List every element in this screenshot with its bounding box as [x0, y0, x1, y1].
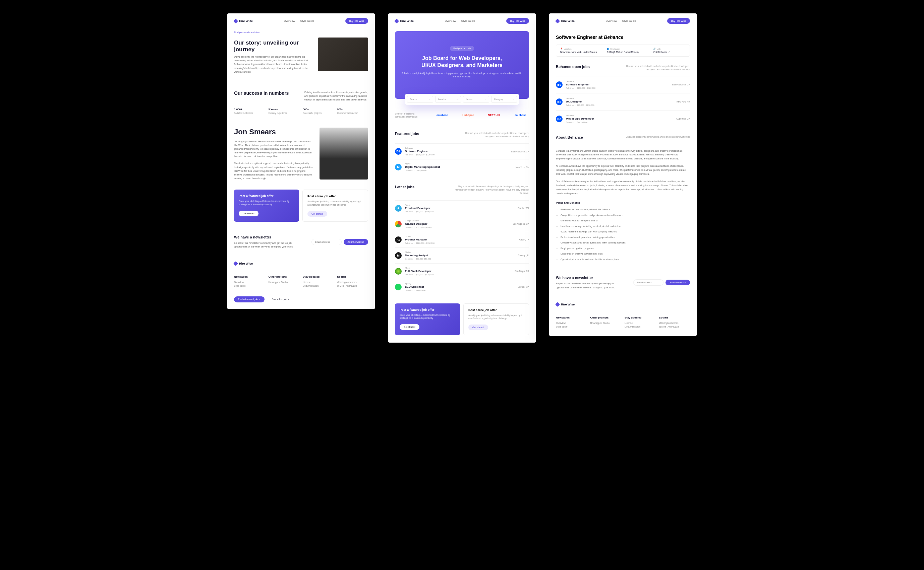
- job-card[interactable]: BēBehanceSoftware EngineerFull-time$100,…: [556, 76, 690, 93]
- email-input[interactable]: [633, 279, 664, 286]
- about-p1: Behance is a dynamic and vibrant online …: [556, 149, 690, 161]
- nav-style-guide[interactable]: Style Guide: [461, 20, 475, 23]
- job-card[interactable]: Google ChromeGraphic DesignerContract$50…: [395, 216, 529, 232]
- logo-icon: [555, 18, 560, 23]
- job-card[interactable]: MMediumMarketing AnalystContract$60,000-…: [395, 248, 529, 263]
- find-candidate-link[interactable]: Find your next candidate: [234, 30, 260, 35]
- email-input[interactable]: [312, 239, 341, 245]
- search-icon: ⌕: [429, 98, 430, 101]
- nav-links: Overview Style Guide: [606, 20, 636, 23]
- nav-links: Overview Style Guide: [284, 20, 314, 23]
- footer-col-updated: Stay updated License Documentation: [303, 275, 334, 288]
- story-body: Delve deep into the rich tapestry of our…: [234, 55, 311, 74]
- job-company: Marvel: [405, 163, 512, 165]
- nav-overview[interactable]: Overview: [606, 20, 617, 23]
- link-icon: 🔗: [653, 48, 655, 50]
- job-card[interactable]: SpotifySEO SpecialistContractNegotiableB…: [395, 279, 529, 295]
- brand-hubspot: HubSpot: [462, 113, 474, 116]
- location-select[interactable]: Location ⌄: [435, 96, 461, 103]
- job-card[interactable]: BēBehanceMobile App DeveloperContractCom…: [556, 110, 690, 127]
- cta-featured-card: Post a featured job offer Boost your job…: [234, 190, 299, 222]
- home-page: Hire Wise Overview Style Guide Buy Hire …: [388, 14, 536, 343]
- footer-link[interactable]: Style guide: [556, 325, 587, 328]
- waitlist-button[interactable]: Join the waitlist!: [666, 280, 690, 285]
- perk-item: Opportunity for remote work and flexible…: [556, 257, 690, 262]
- featured-jobs-title: Featured jobs: [395, 132, 448, 136]
- cta-free-button[interactable]: Get started: [468, 325, 488, 330]
- cta-free-title: Post a free job offer: [468, 308, 524, 312]
- latest-jobs-title: Latest jobs: [395, 185, 448, 189]
- levels-select[interactable]: Levels ⌄: [463, 96, 489, 103]
- users-icon: 👥: [607, 48, 609, 50]
- logo-icon: [394, 18, 399, 23]
- footer-link[interactable]: @lexingtonthemes: [659, 322, 690, 324]
- company-employees: 2,516 (1,059 on RocketReach): [607, 51, 653, 53]
- buy-button[interactable]: Buy Hire Wise: [506, 18, 529, 24]
- search-input[interactable]: Search ⌕: [407, 96, 433, 103]
- brand-logo[interactable]: Hire Wise: [395, 20, 414, 23]
- job-location: Chicago, IL: [518, 254, 529, 256]
- top-nav: Hire Wise Overview Style Guide Buy Hire …: [227, 14, 375, 29]
- footer-link[interactable]: License: [624, 322, 656, 324]
- nav-style-guide[interactable]: Style Guide: [300, 20, 314, 23]
- job-title: Software Engineer: [566, 83, 669, 86]
- job-meta: ContractCompetitive: [566, 121, 673, 123]
- nav-links: Overview Style Guide: [444, 20, 475, 23]
- waitlist-button[interactable]: Join the waitlist!: [344, 239, 368, 245]
- post-free-button[interactable]: Post a free job ↗: [268, 296, 294, 302]
- footer-link[interactable]: @Mike_Andreuzza: [659, 325, 690, 328]
- footer-link[interactable]: Overview: [234, 281, 265, 283]
- cta-featured-card: Post a featured job offer Boost your job…: [395, 303, 460, 336]
- nav-style-guide[interactable]: Style Guide: [622, 20, 636, 23]
- footer-link[interactable]: @Mike_Andreuzza: [337, 285, 369, 287]
- buy-button[interactable]: Buy Hire Wise: [667, 18, 690, 24]
- company-link[interactable]: Visit Behance ↗: [653, 51, 686, 54]
- stats-grid: 1,000+ Satisfied customers 5 Years Indus…: [234, 108, 368, 114]
- footer-link[interactable]: Documentation: [303, 285, 334, 287]
- hero-title-line2: UI/UX Designers, and Marketers: [402, 62, 522, 69]
- job-card[interactable]: AAppleFrontend DeveloperFull-time$80,000…: [395, 200, 529, 216]
- cta-free-button[interactable]: Get started: [307, 211, 327, 217]
- pin-icon: 📍: [560, 48, 563, 50]
- brand-logo[interactable]: Hire Wise: [556, 20, 575, 23]
- job-title: Frontend Developer: [405, 207, 514, 210]
- category-select[interactable]: Category ⌄: [491, 96, 517, 103]
- footer-link[interactable]: Unwrapped Studio: [269, 281, 300, 283]
- testimonial-p1: "Finding a job seemed like an insurmount…: [234, 139, 313, 158]
- job-location: New York, NY: [516, 166, 529, 169]
- job-location: Cupertino, CA: [676, 118, 690, 120]
- brand-logo[interactable]: Hire Wise: [234, 20, 253, 23]
- job-company: Github: [405, 236, 516, 238]
- footer-link[interactable]: Unwrapped Studio: [590, 322, 621, 324]
- footer-link[interactable]: Overview: [556, 322, 587, 324]
- footer-link[interactable]: @lexingtonthemes: [337, 281, 369, 283]
- newsletter-body: Be part of our newsletter community and …: [556, 282, 627, 289]
- job-card[interactable]: MMarvelDigital Marketing SpecialistContr…: [395, 159, 529, 175]
- footer-link[interactable]: License: [303, 281, 334, 283]
- footer-col-projects: Other projects Unwrapped Studio: [269, 275, 300, 288]
- cta-featured-button[interactable]: Get started: [400, 324, 420, 330]
- cta-free-card: Post a free job offer Amplify your job l…: [463, 303, 529, 336]
- job-card[interactable]: BēBehanceSoftware EngineerFull-time$100,…: [395, 143, 529, 159]
- brand-name: Hire Wise: [239, 20, 253, 23]
- buy-button[interactable]: Buy Hire Wise: [345, 18, 368, 24]
- footer-link[interactable]: Documentation: [624, 325, 656, 328]
- job-card[interactable]: XboxFull Stack DeveloperFull-time$90,000…: [395, 263, 529, 279]
- latest-jobs-sub: Stay updated with the newest job opening…: [455, 185, 529, 195]
- about-title: About Behance: [556, 135, 583, 139]
- footer-col-projects: Other projects Unwrapped Studio: [590, 316, 621, 329]
- footer-link[interactable]: Style guide: [234, 285, 265, 287]
- footer-logo[interactable]: Hire Wise: [234, 262, 368, 265]
- job-card[interactable]: BēBehanceUX DesignerFull-time$90,000 - $…: [556, 93, 690, 110]
- job-detail-title: Software Engineer at Behance: [556, 35, 690, 40]
- job-meta: Full-time$80,000 - $100,000: [405, 211, 514, 213]
- job-meta: Contract$60,000-$80,000: [405, 258, 515, 260]
- job-card[interactable]: ⌥GithubProduct ManagerFull-time$120,000 …: [395, 232, 529, 248]
- job-meta: Full-time$90,000 - $110,000: [566, 104, 673, 106]
- post-featured-button[interactable]: Post a featured job ↗: [234, 296, 264, 302]
- footer-logo[interactable]: Hire Wise: [556, 303, 690, 306]
- nav-overview[interactable]: Overview: [444, 20, 456, 23]
- cta-featured-button[interactable]: Get started: [239, 211, 258, 216]
- nav-overview[interactable]: Overview: [284, 20, 295, 23]
- hero-title-line1: Job Board for Web Developers,: [402, 55, 522, 62]
